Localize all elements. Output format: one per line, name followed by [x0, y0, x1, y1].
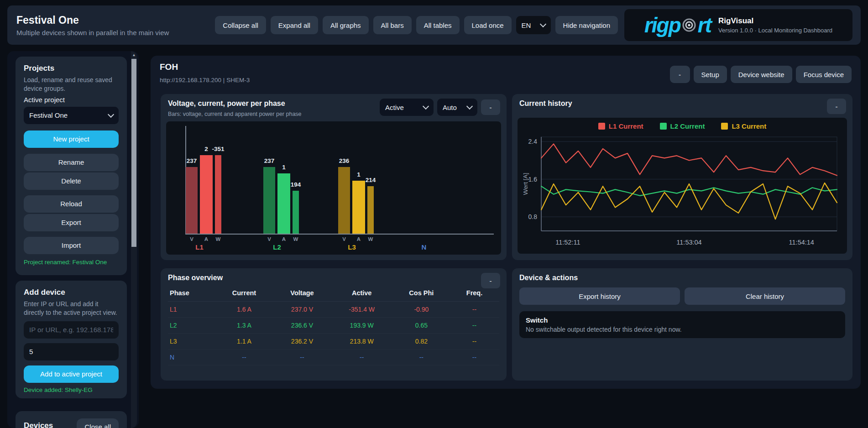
phase-table-collapse-button[interactable]: - — [481, 273, 500, 288]
bar-L1-A: 2 — [200, 155, 213, 234]
delete-project-button[interactable]: Delete — [24, 172, 119, 190]
header-bar: Festival One Multiple devices shown in p… — [7, 5, 861, 45]
phase-row-L3: L31.1 A236.2 V213.8 W0.82-- — [168, 334, 499, 350]
header-toolbar: Collapse all Expand all All graphs All b… — [215, 16, 618, 34]
unit-tick-V: V — [186, 236, 198, 242]
bar-value-label: 237 — [187, 157, 197, 164]
y-tick-label: 0.8 — [528, 213, 538, 220]
close-all-devices-button[interactable]: Close all — [77, 418, 119, 428]
language-select[interactable]: EN — [516, 16, 551, 34]
legend-item-l3-current: L3 Current — [721, 122, 766, 130]
export-history-button[interactable]: Export history — [519, 287, 680, 305]
phase-cell-cos_phi: 0.65 — [393, 318, 450, 334]
legend-label: L1 Current — [609, 122, 643, 130]
add-device-description: Enter IP or URL and add it directly to t… — [24, 300, 119, 317]
active-project-select[interactable]: Festival One — [24, 107, 119, 124]
history-panel-title: Current history — [519, 99, 845, 108]
bar-value-label: 237 — [264, 157, 275, 164]
load-once-button[interactable]: Load once — [464, 16, 512, 34]
unit-tick-A: A — [352, 236, 365, 242]
bar-mode-select-value: Active — [385, 104, 404, 111]
poll-interval-input[interactable] — [24, 343, 119, 360]
y-tick-label: 1.6 — [528, 176, 538, 183]
device-website-button[interactable]: Device website — [731, 66, 792, 83]
all-bars-button[interactable]: All bars — [373, 16, 412, 34]
focus-device-button[interactable]: Focus device — [796, 66, 852, 83]
phase-bar-chart: 2372-351VAWL12371194VAWL22361214VAWL3N — [166, 121, 501, 255]
all-graphs-button[interactable]: All graphs — [323, 16, 369, 34]
bar-group-L2: 2371194 — [263, 167, 299, 234]
device-collapse-button[interactable]: - — [670, 66, 690, 83]
unit-tick-W: W — [293, 236, 299, 242]
device-setup-button[interactable]: Setup — [694, 66, 727, 83]
legend-swatch-icon — [721, 123, 728, 130]
projects-title: Projects — [24, 64, 119, 73]
page: Festival One Multiple devices shown in p… — [0, 0, 868, 428]
page-subtitle: Multiple devices shown in parallel in th… — [16, 29, 194, 37]
bar-L1-W: -351 — [215, 155, 221, 234]
history-panel-collapse-button[interactable]: - — [827, 99, 846, 114]
bar-L2-A: 1 — [277, 173, 290, 234]
reload-project-button[interactable]: Reload — [24, 195, 119, 213]
phase-cell-current: 1.3 A — [214, 318, 274, 334]
scroll-up-arrow[interactable]: ▲ — [131, 51, 137, 58]
line-series-l2-current — [541, 186, 837, 196]
phase-cell-freq: -- — [450, 350, 499, 365]
page-title: Festival One — [16, 14, 194, 26]
clear-history-button[interactable]: Clear history — [685, 287, 845, 305]
col-voltage: Voltage — [274, 286, 330, 302]
line-series-l3-current — [541, 183, 837, 219]
device-card-foh: FOH http://192.168.178.200 | SHEM-3 - Se… — [151, 56, 861, 389]
bar-scale-select[interactable]: Auto — [437, 99, 477, 116]
brand-text: RigVisual Version 1.0.0 · Local Monitori… — [718, 16, 832, 34]
rename-project-button[interactable]: Rename — [24, 154, 119, 171]
target-icon — [681, 17, 697, 33]
import-project-button[interactable]: Import — [24, 237, 119, 254]
x-tick-label: 11:52:11 — [555, 239, 580, 246]
add-device-card: Add device Enter IP or URL and add it di… — [16, 281, 127, 398]
phase-cell-current: 1.6 A — [214, 302, 274, 318]
product-name: RigVisual — [718, 16, 832, 26]
legend-item-l2-current: L2 Current — [660, 122, 705, 130]
phase-row-L1: L11.6 A237.0 V-351.4 W-0.90-- — [168, 302, 499, 318]
history-legend: L1 CurrentL2 CurrentL3 Current — [518, 122, 847, 130]
unit-ticks-L2: VAW — [263, 236, 299, 242]
bar-L3-W: 214 — [367, 186, 374, 234]
product-version: Version 1.0.0 · Local Monitoring Dashboa… — [718, 27, 832, 34]
phase-cell-phase: L1 — [168, 302, 214, 318]
expand-all-button[interactable]: Expand all — [271, 16, 318, 34]
y-axis-label: Wert [A] — [522, 173, 529, 195]
phase-overview-panel: Phase overview - Phase Current Voltage A… — [161, 268, 507, 381]
bar-value-label: 236 — [339, 157, 350, 164]
phase-overview-table: Phase Current Voltage Active Cos Phi Fre… — [168, 286, 499, 365]
bar-value-label: 2 — [204, 146, 208, 152]
phase-cell-phase: N — [168, 350, 214, 365]
phase-cell-cos_phi: -- — [393, 350, 450, 365]
unit-ticks-L1: VAW — [186, 236, 221, 242]
collapse-all-button[interactable]: Collapse all — [215, 16, 266, 34]
sidebar-scrollbar[interactable]: ▲ — [131, 51, 137, 428]
phase-cell-freq: -- — [450, 302, 499, 318]
export-project-button[interactable]: Export — [24, 214, 119, 231]
scrollbar-thumb[interactable] — [131, 59, 136, 247]
phase-label-L3: L3 — [338, 243, 366, 251]
x-tick-label: 11:53:04 — [676, 239, 701, 246]
switch-title: Switch — [526, 316, 839, 324]
hide-navigation-button[interactable]: Hide navigation — [555, 16, 618, 34]
bar-mode-select[interactable]: Active — [380, 99, 434, 116]
legend-swatch-icon — [598, 123, 605, 130]
device-url: http://192.168.178.200 | SHEM-3 — [160, 77, 250, 84]
bar-group-L3: 2361214 — [338, 167, 374, 234]
legend-swatch-icon — [660, 123, 667, 130]
brand-logo-box: rigp rt RigVisual Version 1.0.0 · Local … — [624, 9, 852, 41]
bar-panel-collapse-button[interactable]: - — [481, 99, 500, 115]
unit-tick-A: A — [200, 236, 213, 242]
switch-message: No switchable output detected for this d… — [526, 326, 839, 333]
device-ip-input[interactable] — [24, 321, 119, 339]
bar-L2-W: 194 — [293, 191, 299, 234]
phase-cell-cos_phi: -0.90 — [393, 302, 450, 318]
bar-L2-V: 237 — [263, 167, 275, 234]
new-project-button[interactable]: New project — [24, 130, 119, 148]
add-to-project-button[interactable]: Add to active project — [24, 365, 119, 383]
all-tables-button[interactable]: All tables — [416, 16, 460, 34]
